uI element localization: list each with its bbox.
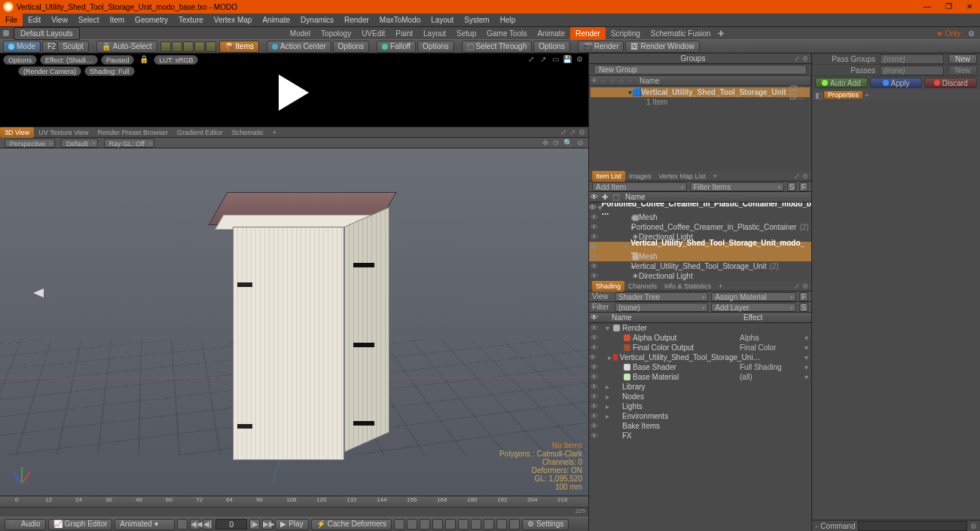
cache-deformers-button[interactable]: ⚡ Cache Deformers	[311, 519, 392, 530]
sh-gear-icon[interactable]: ⚙	[802, 282, 808, 290]
only-toggle[interactable]: ★ Only	[932, 29, 965, 38]
viewport-gear-icon[interactable]: ⚙	[577, 139, 584, 147]
vis-col-icon[interactable]: 👁	[590, 78, 599, 84]
il-f-button[interactable]: F	[799, 182, 808, 191]
tab-channels[interactable]: Channels	[624, 281, 661, 291]
new-group-button[interactable]: New Group	[594, 65, 807, 75]
filter-items-dropdown[interactable]: Filter Items	[690, 182, 785, 191]
shader-tree-row[interactable]: 👁▸Environments	[589, 411, 811, 421]
il-max-icon[interactable]: ⤢	[794, 172, 800, 180]
tab-add-icon[interactable]: +	[710, 171, 721, 182]
menu-system[interactable]: System	[459, 14, 494, 26]
paused-pill[interactable]: Paused	[101, 55, 135, 65]
key-icon-10[interactable]	[509, 519, 520, 529]
item-tree-row[interactable]: 👁▾Portioned_Coffee_Creamer_in_Plastic_Co…	[589, 203, 811, 212]
sh-max-icon[interactable]: ⤢	[794, 282, 800, 290]
assign-material-button[interactable]: Assign Material	[711, 292, 796, 301]
shader-tree-row[interactable]: 👁▸Lights	[589, 401, 811, 411]
menu-edit[interactable]: Edit	[23, 14, 46, 26]
key-icon-6[interactable]	[458, 519, 469, 529]
groups-max-icon[interactable]: ⤢	[794, 55, 800, 63]
tab-info[interactable]: Info & Statistics	[661, 281, 715, 291]
tab-images[interactable]: Images	[625, 171, 655, 182]
menu-select[interactable]: Select	[73, 14, 105, 26]
graph-editor-button[interactable]: 📈 Graph Editor	[48, 519, 113, 530]
view-popout-icon[interactable]: ↗	[569, 128, 575, 136]
key-icon-2[interactable]	[407, 519, 417, 529]
prev-frame-icon[interactable]: ◀|	[203, 519, 213, 529]
layout-tab-layout[interactable]: Layout	[418, 27, 451, 40]
shader-tree-row[interactable]: 👁Bake Items	[589, 421, 811, 431]
layout-tab-schematicfusion[interactable]: Schematic Fusion	[646, 27, 716, 40]
view-tab-add-icon[interactable]: +	[268, 127, 281, 138]
menu-animate[interactable]: Animate	[257, 14, 295, 26]
groups-gear-icon[interactable]: ⚙	[802, 55, 808, 63]
options-button-2[interactable]: Options	[417, 41, 453, 53]
layouts-dropdown[interactable]: Default Layouts	[14, 27, 80, 40]
timeline[interactable]: 0122436486072849610812013214415616818019…	[0, 496, 588, 517]
view-gear-icon[interactable]: ⚙	[579, 128, 585, 136]
add-layer-dropdown[interactable]: Add Layer	[711, 303, 796, 312]
command-gear-icon[interactable]: ⚙	[970, 522, 977, 530]
axis-gizmo[interactable]	[12, 464, 35, 487]
settings-button[interactable]: ⚙ Settings	[522, 519, 569, 530]
options-button-1[interactable]: Options	[333, 41, 369, 53]
il-s-button[interactable]: S	[787, 182, 796, 191]
action-center-button[interactable]: Action Center	[267, 41, 331, 53]
effect-pill[interactable]: Effect: (Shadi…	[40, 55, 98, 65]
view-tab-gradient[interactable]: Gradient Editor	[172, 127, 227, 138]
polygon-mode-icon[interactable]	[183, 41, 194, 52]
discard-button[interactable]: Discard	[924, 78, 977, 88]
popout-icon[interactable]: ↗	[539, 55, 548, 64]
sh-f-button[interactable]: F	[799, 292, 808, 301]
auto-add-button[interactable]: Auto Add	[815, 78, 868, 88]
key-icon-9[interactable]	[496, 519, 507, 529]
key-icon-3[interactable]	[420, 519, 430, 529]
vertex-mode-icon[interactable]	[160, 41, 171, 52]
prev-key-icon[interactable]: ◀◀	[190, 519, 200, 529]
fit-icon[interactable]: ▭	[551, 55, 560, 64]
view-tab-presets[interactable]: Render Preset Browser	[93, 127, 173, 138]
tab-sh-add-icon[interactable]: +	[715, 281, 726, 291]
next-key-icon[interactable]: ▶▶	[262, 519, 273, 529]
options-pill[interactable]: Options	[3, 55, 37, 65]
menu-help[interactable]: Help	[495, 14, 521, 26]
play-icon[interactable]	[279, 75, 309, 111]
play-button[interactable]: ▶ Play	[275, 519, 308, 530]
layout-tab-gametools[interactable]: Game Tools	[481, 27, 532, 40]
view-maximize-icon[interactable]: ⤢	[560, 128, 566, 136]
layout-tab-topology[interactable]: Topology	[316, 27, 356, 40]
shader-tree-row[interactable]: 👁▸Nodes	[589, 392, 811, 401]
command-input[interactable]	[858, 521, 967, 531]
shader-tree-row[interactable]: 👁Base ShaderFull Shading▾	[589, 362, 811, 372]
audio-button[interactable]: 🎵 Audio	[5, 519, 46, 530]
menu-item[interactable]: Item	[105, 14, 130, 26]
render-camera-pill[interactable]: (Render Camera)	[18, 66, 81, 76]
current-frame-field[interactable]: 0	[215, 519, 247, 529]
close-button[interactable]: ✕	[959, 0, 980, 14]
go-start-icon[interactable]	[177, 519, 188, 529]
animated-dropdown[interactable]: Animated ▾	[114, 519, 175, 530]
shader-tree-row[interactable]: 👁▸Vertical_Utility_Shed_Tool_Storage_Uni…	[589, 352, 811, 362]
item-tree-row[interactable]: 👁☀Directional Light	[589, 271, 811, 281]
layout-tab-model[interactable]: Model	[285, 27, 316, 40]
sculpt-button[interactable]: Sculpt	[57, 41, 89, 53]
lut-pill[interactable]: LUT: sRGB	[154, 55, 198, 65]
apply-button[interactable]: Apply	[870, 78, 923, 88]
il-gear-icon[interactable]: ⚙	[802, 172, 808, 180]
menu-vertexmap[interactable]: Vertex Map	[209, 14, 258, 26]
layout-tab-setup[interactable]: Setup	[451, 27, 481, 40]
shader-tree-dropdown[interactable]: Shader Tree	[615, 292, 708, 301]
tab-vertexmaplist[interactable]: Vertex Map List	[655, 171, 710, 182]
menu-dynamics[interactable]: Dynamics	[295, 14, 339, 26]
zoom-icon[interactable]: 🔍	[563, 139, 572, 147]
key-icon-5[interactable]	[445, 519, 456, 529]
f2-button[interactable]: F2	[42, 41, 56, 53]
mode-button[interactable]: Mode	[3, 41, 41, 53]
key-icon-4[interactable]	[432, 519, 443, 529]
menu-geometry[interactable]: Geometry	[130, 14, 173, 26]
prop-add-icon[interactable]: +	[865, 91, 869, 99]
tab-itemlist[interactable]: Item List	[592, 171, 625, 182]
key-icon-1[interactable]	[394, 519, 405, 529]
options-button-3[interactable]: Options	[533, 41, 569, 53]
